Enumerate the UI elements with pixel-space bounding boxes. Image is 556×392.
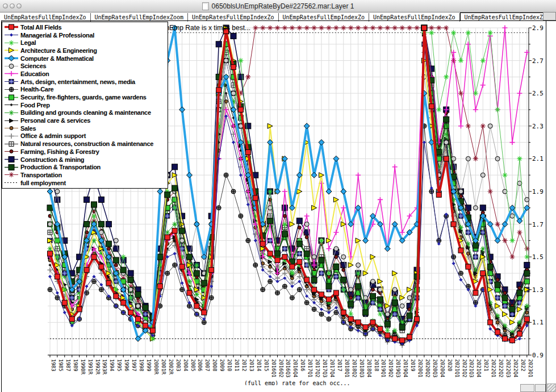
svg-text:2021: 2021 xyxy=(483,359,489,372)
svg-text:1993R: 1993R xyxy=(102,359,107,375)
legend-item[interactable]: Education xyxy=(2,70,168,78)
legend-marker-icon xyxy=(4,156,19,163)
legend-item[interactable]: Legal xyxy=(2,39,168,47)
svg-text:1990R: 1990R xyxy=(80,359,86,375)
chart-title: UnEmp Rate is x times best... xyxy=(161,24,250,32)
legend-marker-icon xyxy=(4,101,19,109)
legend-item[interactable]: Architecture & Engineering xyxy=(2,47,168,55)
legend-item[interactable]: Construction & mining xyxy=(2,156,168,164)
legend-marker-icon xyxy=(4,132,19,140)
svg-text:1987: 1987 xyxy=(65,359,71,372)
legend-marker-icon xyxy=(4,109,19,116)
legend-label: Production & Transportation xyxy=(20,164,101,170)
scrollbar-box-left[interactable] xyxy=(520,384,534,392)
legend-marker-icon xyxy=(4,171,19,178)
legend-marker-icon xyxy=(4,31,19,39)
legend-item[interactable]: Total All Fields xyxy=(2,23,168,31)
legend-item[interactable]: Natural resources, construction & mainte… xyxy=(2,140,168,148)
svg-text:2005: 2005 xyxy=(190,359,196,372)
legend-marker-icon xyxy=(4,164,19,171)
legend-marker-icon xyxy=(4,70,19,77)
legend-label: Transportation xyxy=(20,172,62,178)
svg-text:2016Q1: 2016Q1 xyxy=(271,359,277,378)
legend-label: Computer & Mathematical xyxy=(20,55,94,62)
legend-marker-icon xyxy=(4,86,19,93)
svg-text:1992R: 1992R xyxy=(95,359,101,375)
legend-label: Health-Care xyxy=(20,86,53,93)
svg-text:2.7: 2.7 xyxy=(532,57,544,65)
x-axis-caption-clip: (full emp) rate for each occ... xyxy=(244,380,350,385)
svg-text:1.1: 1.1 xyxy=(532,319,544,326)
legend-item[interactable]: full employment xyxy=(2,179,168,187)
svg-text:2011: 2011 xyxy=(234,359,240,372)
legend-item[interactable]: Food Prep xyxy=(2,101,168,109)
legend-item[interactable]: Managerial & Professional xyxy=(2,31,168,39)
legend-label: Food Prep xyxy=(20,102,50,109)
legend-label: Building and grounds cleaning & maintena… xyxy=(20,109,151,116)
legend-item[interactable]: Security, fire-fighters, guards, game wa… xyxy=(2,93,168,101)
legend-label: Legal xyxy=(20,39,36,46)
legend-marker-icon xyxy=(4,78,19,85)
svg-text:2017: 2017 xyxy=(337,359,342,372)
svg-text:2018Q4: 2018Q4 xyxy=(366,359,372,378)
svg-text:1.9: 1.9 xyxy=(532,188,544,195)
svg-text:2012: 2012 xyxy=(241,359,247,372)
legend-marker-icon xyxy=(4,55,19,62)
svg-text:2000R: 2000R xyxy=(153,359,159,375)
legend-item[interactable]: Production & Transportation xyxy=(2,163,168,171)
scrollbar-box-right[interactable] xyxy=(535,384,546,392)
legend-label: Natural resources, construction & mainte… xyxy=(20,140,153,147)
svg-text:2018Q3: 2018Q3 xyxy=(359,359,365,378)
svg-text:1997: 1997 xyxy=(131,359,137,372)
svg-text:2016Q2: 2016Q2 xyxy=(278,359,284,378)
svg-text:2020Q3: 2020Q3 xyxy=(432,359,438,378)
legend-item[interactable]: Office & admin support xyxy=(2,132,168,140)
svg-text:2019: 2019 xyxy=(410,359,416,372)
svg-text:2019Q4: 2019Q4 xyxy=(403,359,408,378)
svg-text:1983: 1983 xyxy=(51,359,56,372)
svg-text:1989: 1989 xyxy=(73,359,78,372)
legend-item[interactable]: Computer & Mathematical xyxy=(2,55,168,62)
svg-text:1985: 1985 xyxy=(58,359,64,372)
legend-item[interactable]: Personal care & services xyxy=(2,116,168,124)
svg-text:2022Q4: 2022Q4 xyxy=(513,359,519,378)
legend-label: Security, fire-fighters, guards, game wa… xyxy=(20,94,147,101)
legend-item[interactable]: Sciences xyxy=(2,62,168,70)
svg-text:2022Q3: 2022Q3 xyxy=(505,359,511,378)
legend-label: Education xyxy=(20,70,49,77)
legend-marker-icon xyxy=(4,124,19,132)
legend-item[interactable]: Sales xyxy=(2,124,168,132)
svg-text:2017Q4: 2017Q4 xyxy=(329,359,335,378)
legend-item[interactable]: Farming, Fishing & Forestry xyxy=(2,148,168,156)
x-axis-labels: 19831985198719891990R1991R1992R1993R1994… xyxy=(51,359,533,378)
legend-marker-icon xyxy=(4,62,19,70)
svg-text:2001R: 2001R xyxy=(161,359,166,375)
svg-text:2017Q2: 2017Q2 xyxy=(315,359,320,378)
legend-item[interactable]: Transportation xyxy=(2,171,168,179)
svg-text:2016: 2016 xyxy=(300,359,306,372)
svg-text:2015: 2015 xyxy=(264,359,269,372)
svg-text:2022Q1: 2022Q1 xyxy=(491,359,496,378)
resize-grip[interactable] xyxy=(547,383,556,392)
svg-text:1.3: 1.3 xyxy=(532,286,544,294)
svg-text:1995: 1995 xyxy=(116,359,122,372)
svg-text:2019Q1: 2019Q1 xyxy=(381,359,386,378)
legend-label: Personal care & services xyxy=(20,117,90,124)
svg-text:2022Q2: 2022Q2 xyxy=(498,359,504,378)
svg-text:2014: 2014 xyxy=(256,359,262,372)
svg-text:2004: 2004 xyxy=(183,359,189,372)
legend-marker-icon xyxy=(4,117,19,124)
svg-text:2022: 2022 xyxy=(520,359,526,372)
svg-text:2018Q2: 2018Q2 xyxy=(352,359,357,378)
legend-item[interactable]: Arts, design, entertainment, news, media xyxy=(2,78,168,86)
svg-text:1999: 1999 xyxy=(146,359,152,372)
svg-text:2020Q1: 2020Q1 xyxy=(417,359,423,378)
svg-text:2017Q3: 2017Q3 xyxy=(322,359,328,378)
legend-item[interactable]: Building and grounds cleaning & maintena… xyxy=(2,109,168,117)
svg-text:2.1: 2.1 xyxy=(532,155,544,162)
legend-label: Sciences xyxy=(20,62,46,69)
legend-label: full employment xyxy=(20,180,66,186)
svg-text:2010: 2010 xyxy=(227,359,232,372)
svg-text:2020Q4: 2020Q4 xyxy=(440,359,445,378)
legend-item[interactable]: Health-Care xyxy=(2,86,168,94)
